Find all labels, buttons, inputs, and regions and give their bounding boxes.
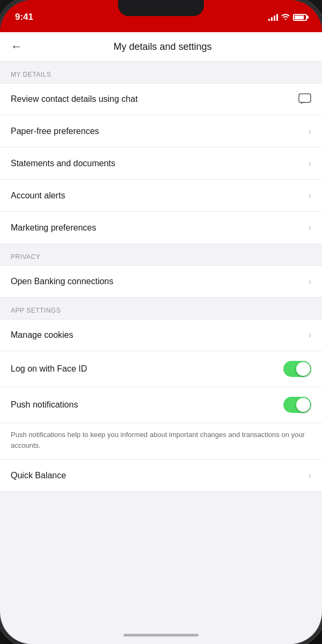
list-item-open-banking[interactable]: Open Banking connections ›: [0, 265, 322, 298]
svg-rect-0: [299, 94, 311, 102]
section-label-privacy: Privacy: [11, 253, 40, 261]
face-id-toggle[interactable]: [283, 361, 311, 377]
list-item-manage-cookies[interactable]: Manage cookies ›: [0, 319, 322, 351]
section-header-privacy: Privacy: [0, 244, 322, 265]
status-bar: 9:41: [0, 0, 322, 32]
section-header-my-details: MY DETAILS: [0, 62, 322, 83]
my-details-list: Review contact details using chat Paper-…: [0, 83, 322, 244]
push-notifications-toggle[interactable]: [283, 397, 311, 413]
notch: [118, 0, 204, 16]
settings-content: MY DETAILS Review contact details using …: [0, 62, 322, 626]
list-item-push-notifications[interactable]: Push notifications: [0, 387, 322, 423]
chevron-icon: ›: [309, 191, 311, 201]
app-settings-list: Manage cookies › Log on with Face ID Pus…: [0, 319, 322, 492]
privacy-list: Open Banking connections ›: [0, 265, 322, 298]
section-label-my-details: MY DETAILS: [11, 71, 51, 78]
phone-frame: 9:41 ← My details and settings: [0, 0, 322, 644]
status-time: 9:41: [15, 12, 33, 23]
list-item-review-contact[interactable]: Review contact details using chat: [0, 83, 322, 115]
chevron-icon: ›: [309, 330, 311, 340]
list-item-quick-balance[interactable]: Quick Balance ›: [0, 460, 322, 492]
chevron-icon: ›: [309, 159, 311, 168]
page-title: My details and settings: [31, 41, 294, 53]
chevron-icon: ›: [309, 471, 311, 480]
wifi-icon: [281, 13, 290, 21]
toggle-knob: [296, 362, 310, 376]
section-header-app-settings: APP SETTINGS: [0, 298, 322, 319]
list-item-marketing[interactable]: Marketing preferences ›: [0, 212, 322, 244]
chat-icon: [298, 93, 311, 105]
page-header: ← My details and settings: [0, 32, 322, 62]
battery-icon: [293, 14, 307, 21]
screen: ← My details and settings MY DETAILS Rev…: [0, 32, 322, 644]
bottom-padding: [0, 492, 322, 502]
section-label-app-settings: APP SETTINGS: [11, 307, 61, 314]
list-item-face-id[interactable]: Log on with Face ID: [0, 351, 322, 387]
list-item-account-alerts[interactable]: Account alerts ›: [0, 180, 322, 212]
list-item-statements[interactable]: Statements and documents ›: [0, 147, 322, 180]
chevron-icon: ›: [309, 223, 311, 233]
chevron-icon: ›: [309, 127, 311, 136]
home-indicator: [0, 626, 322, 644]
push-notification-description: Push notifications help to keep you info…: [0, 423, 322, 460]
chevron-icon: ›: [309, 277, 311, 286]
status-icons: [268, 13, 307, 21]
push-notification-desc-text: Push notifications help to keep you info…: [11, 431, 305, 449]
signal-icon: [268, 13, 278, 21]
toggle-knob: [296, 398, 310, 412]
back-button[interactable]: ←: [11, 41, 23, 53]
home-bar: [123, 634, 199, 636]
list-item-paper-free[interactable]: Paper-free preferences ›: [0, 115, 322, 147]
